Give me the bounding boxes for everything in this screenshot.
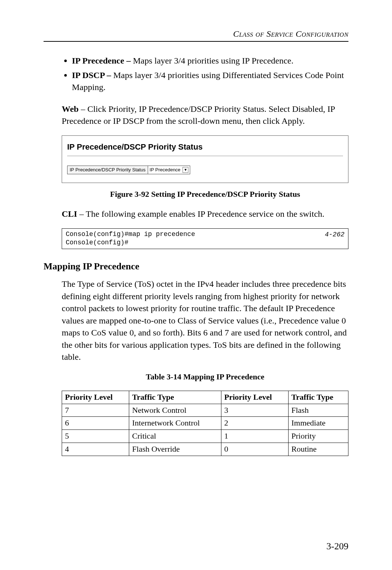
running-header: Class of Service Configuration [44,29,348,39]
cell: Priority [288,430,348,443]
cell: 5 [62,430,129,443]
cell: 4 [62,443,129,456]
cli-ref: 4-262 [325,230,344,239]
body-content: IP Precedence – Maps layer 3/4 prioritie… [62,55,348,456]
status-select[interactable]: IP Precedence ▼ [148,166,190,174]
cell: Immediate [288,417,348,430]
table-row: 5 Critical 1 Priority [62,430,348,443]
page-number: 3-209 [326,541,348,552]
cell: 1 [221,430,288,443]
cell: 6 [62,417,129,430]
bullet-list: IP Precedence – Maps layer 3/4 prioritie… [62,55,348,94]
web-paragraph: Web – Click Priority, IP Precedence/DSCP… [62,103,348,127]
panel-row-label: IP Precedence/DSCP Priority Status [68,166,148,174]
table-row: 6 Internetwork Control 2 Immediate [62,417,348,430]
cell: Flash Override [129,443,221,456]
table-header-row: Priority Level Traffic Type Priority Lev… [62,391,348,404]
list-item: IP DSCP – Maps layer 3/4 priorities usin… [72,69,348,94]
term: IP Precedence – [72,56,133,65]
lead: CLI [62,209,77,219]
cli-lines: Console(config)#map ip precedence Consol… [66,230,195,247]
cell: 0 [221,443,288,456]
lead: Web [62,104,79,114]
col-header: Traffic Type [129,391,221,404]
cell: 3 [221,404,288,417]
screenshot-panel: IP Precedence/DSCP Priority Status IP Pr… [62,135,348,183]
cell: 2 [221,417,288,430]
panel-row: IP Precedence/DSCP Priority Status IP Pr… [67,166,190,174]
section-body: The Type of Service (ToS) octet in the I… [62,278,348,363]
cell: Flash [288,404,348,417]
precedence-table: Priority Level Traffic Type Priority Lev… [62,391,348,456]
cli-paragraph: CLI – The following example enables IP P… [62,208,348,220]
cell: Critical [129,430,221,443]
term: IP DSCP – [72,70,113,80]
figure-caption: Figure 3-92 Setting IP Precedence/DSCP P… [62,189,348,200]
panel-title: IP Precedence/DSCP Priority Status [67,139,343,156]
body-text: – Click Priority, IP Precedence/DSCP Pri… [62,104,335,126]
table-row: 7 Network Control 3 Flash [62,404,348,417]
col-header: Priority Level [62,391,129,404]
cell: Internetwork Control [129,417,221,430]
body-text: – The following example enables IP Prece… [77,209,324,219]
term-desc: Maps layer 3/4 priorities using IP Prece… [133,56,293,65]
col-header: Traffic Type [288,391,348,404]
status-select-value: IP Precedence [150,167,180,173]
cell: Network Control [129,404,221,417]
header-rule [44,41,348,42]
cli-code-block: Console(config)#map ip precedence Consol… [62,228,348,249]
table-caption: Table 3-14 Mapping IP Precedence [62,371,348,383]
cell: 7 [62,404,129,417]
cell: Routine [288,443,348,456]
page: Class of Service Configuration IP Preced… [0,0,392,570]
col-header: Priority Level [221,391,288,404]
chevron-down-icon: ▼ [183,167,188,173]
list-item: IP Precedence – Maps layer 3/4 prioritie… [72,55,348,67]
section-heading: Mapping IP Precedence [44,260,348,273]
table-row: 4 Flash Override 0 Routine [62,443,348,456]
